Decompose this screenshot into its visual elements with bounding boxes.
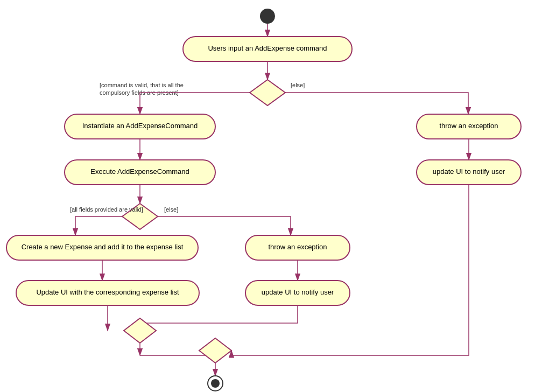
end-node-inner: [211, 379, 220, 388]
node-create-expense-label: Create a new Expense and add it to the e…: [22, 243, 184, 251]
node-instantiate-label: Instantiate an AddExpenseCommand: [82, 122, 198, 130]
node-notify2-label: update UI to notify user: [262, 288, 334, 296]
node-throw1-label: throw an exception: [439, 122, 498, 130]
label-valid-command: [command is valid, that is all the: [100, 82, 184, 88]
node-execute-label: Execute AddExpenseCommand: [90, 167, 189, 176]
label-else2: [else]: [164, 206, 178, 213]
node-notify1-label: update UI to notify user: [433, 167, 505, 176]
node-users-input-label: Users input an AddExpense command: [208, 44, 327, 52]
label-all-fields: [all fields provided are valid]: [70, 206, 143, 213]
label-else1: [else]: [291, 82, 305, 88]
node-throw2-label: throw an exception: [268, 243, 327, 251]
start-node: [260, 9, 275, 24]
node-update-ui-list-label: Update UI with the corresponding expense…: [36, 288, 179, 296]
